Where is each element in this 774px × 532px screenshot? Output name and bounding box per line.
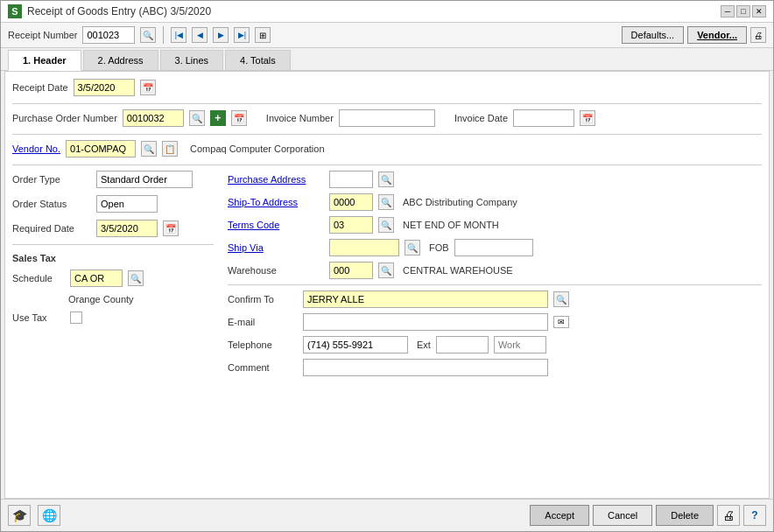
telephone-label: Telephone: [228, 340, 298, 350]
nav-prev-button[interactable]: ◀: [192, 27, 208, 43]
schedule-search-icon[interactable]: 🔍: [128, 270, 144, 286]
nav-next-button[interactable]: ▶: [213, 27, 229, 43]
vendor-row: Vendor No. 🔍 📋 Compaq Computer Corporati…: [12, 140, 762, 158]
county-name: Orange County: [68, 294, 134, 304]
comment-row: Comment: [228, 359, 762, 376]
defaults-button[interactable]: Defaults...: [622, 26, 685, 44]
use-tax-checkbox[interactable]: [70, 312, 82, 324]
fob-label: FOB: [429, 242, 449, 253]
po-calendar-icon[interactable]: 📅: [231, 110, 247, 126]
main-window: S Receipt of Goods Entry (ABC) 3/5/2020 …: [0, 0, 774, 532]
ship-to-link[interactable]: Ship-To Address: [228, 197, 324, 207]
order-type-label: Order Type: [12, 174, 91, 185]
warehouse-name: CENTRAL WAREHOUSE: [403, 265, 513, 276]
po-number-label: Purchase Order Number: [12, 113, 117, 123]
schedule-input[interactable]: [70, 270, 123, 287]
po-add-button[interactable]: +: [210, 110, 226, 126]
order-status-row: Order Status: [12, 195, 214, 213]
sales-tax-label: Sales Tax: [12, 253, 56, 263]
use-tax-row: Use Tax: [12, 312, 214, 324]
ship-to-row: Ship-To Address 🔍 ABC Distributing Compa…: [228, 193, 762, 211]
receipt-date-input[interactable]: [74, 79, 135, 96]
left-column: Order Type Order Status Required Date 📅: [12, 171, 214, 382]
confirm-to-label: Confirm To: [228, 294, 298, 304]
fob-input[interactable]: [454, 239, 533, 256]
print-button[interactable]: 🖨: [717, 505, 740, 526]
vendor-button[interactable]: Vendor...: [687, 26, 747, 44]
work-input[interactable]: [494, 336, 546, 354]
email-icon[interactable]: ✉: [553, 316, 569, 328]
maximize-button[interactable]: □: [736, 5, 750, 18]
warehouse-search-icon[interactable]: 🔍: [378, 262, 394, 278]
terms-code-search-icon[interactable]: 🔍: [378, 217, 394, 233]
globe-icon[interactable]: 🌐: [38, 505, 60, 526]
terms-code-link[interactable]: Terms Code: [228, 220, 324, 230]
ship-via-link[interactable]: Ship Via: [228, 242, 324, 253]
invoice-date-calendar-icon[interactable]: 📅: [580, 110, 595, 126]
receipt-date-calendar-icon[interactable]: 📅: [140, 80, 156, 95]
delete-button[interactable]: Delete: [656, 505, 714, 526]
purchase-address-search-icon[interactable]: 🔍: [378, 172, 394, 187]
minimize-button[interactable]: ─: [721, 5, 735, 18]
warehouse-input[interactable]: [329, 262, 373, 279]
ship-to-input[interactable]: [329, 193, 373, 211]
printer-toolbar-icon[interactable]: 🖨: [750, 27, 766, 43]
required-date-input[interactable]: [96, 220, 158, 237]
invoice-date-input[interactable]: [513, 109, 574, 127]
purchase-address-input[interactable]: [329, 171, 373, 188]
order-type-input[interactable]: [96, 171, 193, 188]
receipt-search-icon[interactable]: 🔍: [140, 27, 156, 43]
main-content: Receipt Date 📅 Purchase Order Number 🔍 +…: [4, 71, 770, 499]
two-col-section: Order Type Order Status Required Date 📅: [12, 171, 762, 382]
comment-label: Comment: [228, 362, 298, 373]
toolbar: Receipt Number 🔍 |◀ ◀ ▶ ▶| ⊞ Defaults...…: [1, 23, 773, 48]
tab-totals[interactable]: 4. Totals: [225, 50, 291, 70]
tab-header[interactable]: 1. Header: [8, 50, 81, 71]
confirm-to-search-icon[interactable]: 🔍: [553, 291, 569, 307]
tab-address[interactable]: 2. Address: [83, 50, 158, 70]
email-row: E-mail ✉: [228, 313, 762, 331]
cancel-button[interactable]: Cancel: [593, 505, 652, 526]
close-button[interactable]: ✕: [752, 5, 766, 18]
grid-view-icon[interactable]: ⊞: [255, 27, 271, 43]
ship-via-row: Ship Via 🔍 FOB: [228, 239, 762, 256]
vendor-search-icon[interactable]: 🔍: [141, 141, 157, 157]
vendor-no-input[interactable]: [66, 140, 136, 158]
vendor-info-icon[interactable]: 📋: [162, 141, 178, 157]
invoice-number-input[interactable]: [339, 109, 435, 127]
graduation-icon[interactable]: 🎓: [8, 505, 31, 526]
po-number-input[interactable]: [123, 109, 184, 127]
tab-lines[interactable]: 3. Lines: [160, 50, 224, 70]
receipt-date-label: Receipt Date: [12, 82, 68, 93]
nav-first-button[interactable]: |◀: [171, 27, 186, 43]
bottom-left: 🎓 🌐: [8, 505, 60, 526]
ext-input[interactable]: [436, 336, 489, 354]
app-logo: S: [8, 4, 22, 18]
comment-input[interactable]: [303, 359, 548, 376]
bottom-bar: 🎓 🌐 Accept Cancel Delete 🖨 ?: [1, 499, 773, 531]
window-title: Receipt of Goods Entry (ABC) 3/5/2020: [27, 5, 211, 18]
left-divider: [12, 244, 214, 245]
invoice-date-label: Invoice Date: [454, 113, 508, 123]
divider-3: [12, 164, 762, 165]
required-date-calendar-icon[interactable]: 📅: [163, 220, 179, 236]
purchase-address-link[interactable]: Purchase Address: [228, 174, 324, 185]
terms-code-input[interactable]: [329, 216, 373, 234]
ship-via-search-icon[interactable]: 🔍: [405, 240, 420, 256]
vendor-name: Compaq Computer Corporation: [190, 144, 324, 154]
vendor-no-link[interactable]: Vendor No.: [12, 144, 60, 154]
order-status-input[interactable]: [96, 195, 158, 213]
ship-to-search-icon[interactable]: 🔍: [378, 194, 394, 210]
tab-bar: 1. Header 2. Address 3. Lines 4. Totals: [1, 48, 773, 71]
receipt-number-input[interactable]: [82, 26, 135, 44]
po-search-icon[interactable]: 🔍: [189, 110, 205, 126]
telephone-input[interactable]: [303, 336, 408, 354]
help-button[interactable]: ?: [743, 505, 766, 526]
email-input[interactable]: [303, 313, 548, 331]
bottom-right: Accept Cancel Delete 🖨 ?: [530, 505, 766, 526]
ship-to-name: ABC Distributing Company: [403, 197, 517, 207]
nav-last-button[interactable]: ▶|: [234, 27, 250, 43]
ship-via-input[interactable]: [329, 239, 399, 256]
confirm-to-input[interactable]: [303, 290, 548, 308]
accept-button[interactable]: Accept: [530, 505, 589, 526]
